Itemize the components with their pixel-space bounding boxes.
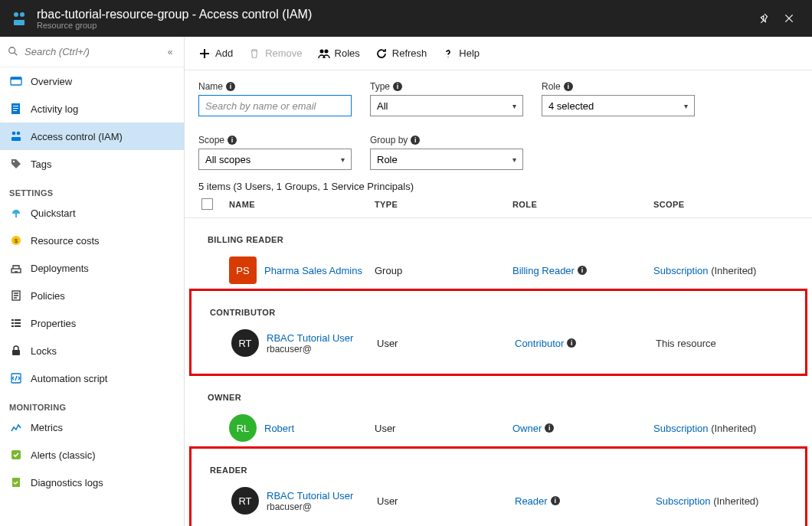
add-button[interactable]: Add: [198, 47, 233, 60]
filters: Namei Typei All▾ Rolei 4 selected▾ Scope…: [185, 70, 812, 173]
svg-point-11: [17, 132, 21, 136]
avatar: PS: [229, 256, 257, 284]
sidebar-item-overview[interactable]: Overview: [0, 67, 184, 95]
info-icon[interactable]: i: [578, 266, 587, 275]
sidebar-item-activity-log[interactable]: Activity log: [0, 95, 184, 123]
principal-type: Group: [375, 265, 512, 276]
sidebar-item-deployments[interactable]: Deployments: [0, 254, 184, 282]
info-icon[interactable]: i: [545, 423, 554, 433]
info-icon[interactable]: i: [226, 82, 235, 91]
svg-rect-5: [11, 77, 21, 80]
content: Add Remove Roles Refresh Help Na: [185, 37, 812, 526]
sidebar-item-label: Properties: [31, 318, 76, 329]
sidebar-search[interactable]: «: [0, 37, 184, 67]
role-link[interactable]: Reader: [515, 495, 548, 507]
filter-type-label: Typei: [370, 81, 523, 92]
col-scope[interactable]: SCOPE: [653, 200, 798, 209]
scope-cell: This resource: [656, 338, 796, 349]
info-icon[interactable]: i: [564, 82, 573, 91]
sidebar-item-resource-costs[interactable]: $Resource costs: [0, 227, 184, 254]
chevron-down-icon: ▾: [341, 155, 345, 164]
sidebar-item-alerts-classic-[interactable]: Alerts (classic): [0, 441, 184, 469]
svg-point-10: [12, 132, 16, 136]
table-row[interactable]: RLRobertUserOwneriSubscription (Inherite…: [185, 410, 812, 446]
sidebar-item-quickstart[interactable]: Quickstart: [0, 199, 184, 227]
section-settings: SETTINGS: [0, 178, 184, 199]
sidebar-item-diagnostics-logs[interactable]: Diagnostics logs: [0, 469, 184, 496]
svg-point-0: [14, 12, 18, 17]
sidebar-item-metrics[interactable]: Metrics: [0, 413, 184, 441]
help-button[interactable]: Help: [442, 47, 480, 60]
filter-role-select[interactable]: 4 selected▾: [542, 95, 695, 116]
refresh-button[interactable]: Refresh: [375, 47, 427, 60]
col-name[interactable]: NAME: [229, 200, 375, 209]
table-row[interactable]: RTRBAC Tutorial Userrbacuser@UserContrib…: [201, 325, 796, 361]
filter-scope-select[interactable]: All scopes▾: [198, 149, 352, 170]
sidebar-item-label: Quickstart: [31, 207, 76, 219]
principal-type: User: [377, 495, 515, 507]
info-icon[interactable]: i: [393, 82, 402, 91]
sidebar-search-input[interactable]: [20, 46, 164, 57]
select-all-checkbox[interactable]: [201, 198, 213, 210]
info-icon[interactable]: i: [567, 338, 576, 348]
sidebar-item-label: Automation script: [31, 373, 107, 384]
chevron-down-icon: ▾: [512, 102, 516, 110]
principal-name[interactable]: RBAC Tutorial User: [267, 490, 353, 501]
role-link[interactable]: Billing Reader: [512, 265, 575, 276]
remove-button: Remove: [248, 47, 302, 60]
svg-rect-8: [13, 108, 18, 109]
col-type[interactable]: TYPE: [375, 200, 512, 209]
pin-icon[interactable]: [752, 6, 777, 31]
role-link[interactable]: Contributor: [515, 338, 564, 349]
filter-groupby-label: Group byi: [370, 135, 523, 145]
filter-type-select[interactable]: All▾: [370, 95, 523, 116]
principal-name[interactable]: Robert: [264, 423, 294, 434]
scope-link[interactable]: Subscription: [653, 423, 709, 434]
sidebar-item-label: Metrics: [31, 422, 63, 433]
filter-name-label: Namei: [198, 81, 352, 92]
collapse-icon[interactable]: «: [164, 47, 176, 57]
sidebar-item-policies[interactable]: Policies: [0, 282, 184, 309]
filter-groupby-select[interactable]: Role▾: [370, 149, 523, 170]
sidebar-item-locks[interactable]: Locks: [0, 337, 184, 364]
sidebar-item-automation-script[interactable]: Automation script: [0, 364, 184, 392]
blade-subtitle: Resource group: [37, 21, 752, 30]
col-role[interactable]: ROLE: [512, 200, 653, 209]
table-body: BILLING READERPSPharma Sales AdminsGroup…: [185, 218, 812, 526]
overview-icon: [9, 74, 23, 88]
svg-rect-9: [13, 110, 17, 111]
info-icon[interactable]: i: [551, 496, 560, 505]
table-row[interactable]: RTRBAC Tutorial Userrbacuser@UserReaderi…: [201, 482, 796, 519]
close-icon[interactable]: [777, 6, 801, 31]
sidebar-item-label: Resource costs: [31, 235, 100, 247]
blade-title: rbac-tutorial-resource-group - Access co…: [37, 8, 752, 21]
sidebar-item-label: Policies: [31, 290, 65, 302]
sidebar-item-label: Deployments: [31, 263, 89, 274]
table-row[interactable]: PSPharma Sales AdminsGroupBilling Reader…: [185, 252, 812, 289]
sidebar-item-label: Access control (IAM): [31, 131, 123, 142]
scope-cell: Subscription (Inherited): [653, 423, 798, 434]
blade-header: rbac-tutorial-resource-group - Access co…: [0, 0, 812, 37]
search-icon: [8, 46, 20, 58]
principal-name[interactable]: Pharma Sales Admins: [264, 265, 362, 276]
group-label: OWNER: [185, 376, 812, 410]
log-icon: [9, 102, 23, 116]
sidebar-item-tags[interactable]: Tags: [0, 150, 184, 178]
sidebar-item-access-control-iam-[interactable]: Access control (IAM): [0, 123, 184, 150]
scope-cell: Subscription (Inherited): [653, 265, 798, 276]
filter-name-input[interactable]: [198, 95, 352, 116]
role-link[interactable]: Owner: [512, 423, 542, 434]
iam-icon: [9, 129, 23, 143]
sidebar-item-label: Alerts (classic): [31, 449, 96, 461]
info-icon[interactable]: i: [411, 136, 420, 145]
group-label: BILLING READER: [185, 218, 812, 252]
sidebar-item-properties[interactable]: Properties: [0, 309, 184, 337]
scope-link[interactable]: Subscription: [653, 265, 709, 276]
scope-link[interactable]: Subscription: [656, 495, 711, 507]
info-icon[interactable]: i: [228, 136, 237, 145]
lock-icon: [9, 344, 23, 358]
filter-scope-label: Scopei: [198, 135, 352, 145]
principal-name[interactable]: RBAC Tutorial User: [267, 332, 353, 344]
roles-button[interactable]: Roles: [318, 47, 360, 60]
svg-rect-25: [12, 350, 20, 355]
